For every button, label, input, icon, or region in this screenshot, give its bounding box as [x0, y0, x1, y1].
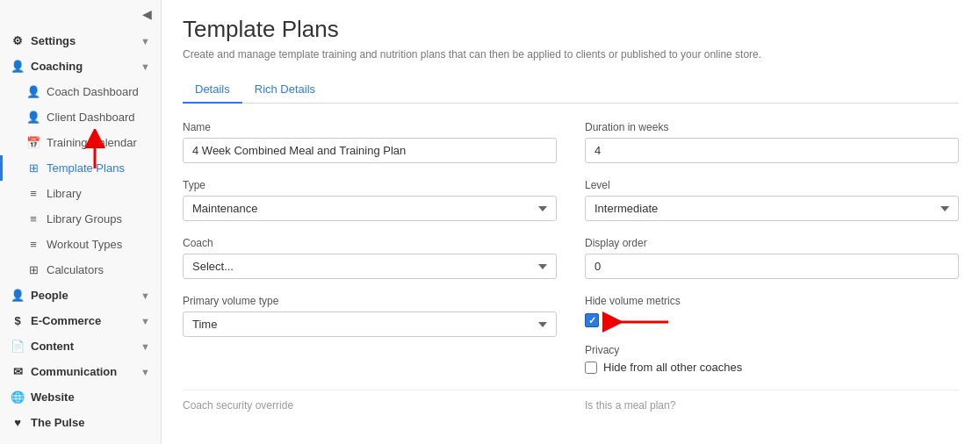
coach-security-label: Coach security override [183, 399, 557, 412]
sidebar-item-coaching[interactable]: 👤 Coaching ▼ [0, 54, 161, 79]
sidebar-item-ecommerce-label: E-Commerce [31, 314, 101, 327]
sidebar-item-library-groups-label: Library Groups [47, 212, 122, 226]
type-select[interactable]: Maintenance Weight Loss Muscle Gain [183, 196, 557, 221]
sidebar-item-the-pulse-label: The Pulse [31, 416, 84, 429]
level-select[interactable]: Beginner Intermediate Advanced [585, 196, 959, 221]
chevron-icon: ▼ [141, 367, 150, 377]
sidebar-item-training-calendar-label: Training Calendar [47, 136, 137, 149]
sidebar-item-coaching-label: Coaching [31, 60, 83, 73]
sidebar-item-ecommerce[interactable]: $ E-Commerce ▼ [0, 308, 161, 333]
sidebar-item-website[interactable]: 🌐 Website [0, 384, 161, 410]
sidebar-item-client-dashboard[interactable]: 👤 Client Dashboard [0, 104, 161, 130]
sidebar-item-people[interactable]: 👤 People ▼ [0, 283, 161, 308]
sidebar-item-content-label: Content [31, 340, 74, 353]
display-order-label: Display order [585, 237, 959, 249]
website-icon: 🌐 [11, 390, 25, 404]
sidebar-item-library-groups[interactable]: ≡ Library Groups [0, 206, 161, 232]
type-label: Type [183, 179, 557, 191]
page-subtitle: Create and manage template training and … [183, 48, 959, 61]
coach-dashboard-icon: 👤 [26, 85, 40, 98]
communication-icon: ✉ [11, 365, 25, 378]
tab-rich-details[interactable]: Rich Details [242, 76, 328, 104]
sidebar-item-coach-dashboard-label: Coach Dashboard [47, 85, 139, 98]
sidebar-item-the-pulse[interactable]: ♥ The Pulse [0, 410, 161, 435]
hide-coaches-row: Hide from all other coaches [585, 361, 959, 374]
chevron-icon: ▼ [141, 316, 150, 326]
hide-volume-label: Hide volume metrics [585, 295, 959, 307]
sidebar-item-training-calendar[interactable]: 📅 Training Calendar [0, 130, 161, 155]
sidebar-item-calculators[interactable]: ⊞ Calculators [0, 257, 161, 283]
chevron-icon: ▼ [141, 36, 150, 47]
red-arrow-annotation [602, 309, 673, 335]
workout-types-icon: ≡ [26, 238, 40, 251]
display-order-field-group: Display order [585, 237, 959, 279]
primary-volume-select[interactable]: Time Reps Distance [183, 312, 557, 337]
template-plans-icon: ⊞ [26, 161, 40, 175]
privacy-label: Privacy [585, 344, 959, 356]
sidebar-item-calculators-label: Calculators [47, 263, 104, 276]
sidebar-item-coach-dashboard[interactable]: 👤 Coach Dashboard [0, 79, 161, 104]
coaching-icon: 👤 [11, 60, 25, 73]
sidebar-item-people-label: People [31, 289, 68, 302]
name-field-group: Name [183, 121, 557, 163]
chevron-icon: ▼ [141, 290, 150, 301]
sidebar-item-library[interactable]: ≡ Library [0, 181, 161, 206]
main-content: Template Plans Create and manage templat… [162, 0, 980, 444]
settings-icon: ⚙ [11, 34, 25, 47]
people-icon: 👤 [11, 289, 25, 302]
hide-coaches-label[interactable]: Hide from all other coaches [603, 361, 742, 374]
ecommerce-icon: $ [11, 314, 25, 327]
sidebar-item-content[interactable]: 📄 Content ▼ [0, 333, 161, 359]
level-label: Level [585, 179, 959, 191]
training-calendar-icon: 📅 [26, 136, 40, 149]
coach-select[interactable]: Select... [183, 254, 557, 279]
meal-plan-label: Is this a meal plan? [585, 399, 959, 412]
duration-input[interactable] [585, 138, 959, 163]
primary-volume-label: Primary volume type [183, 295, 557, 307]
sidebar-collapse-button[interactable]: ◀ [0, 0, 161, 28]
type-field-group: Type Maintenance Weight Loss Muscle Gain [183, 179, 557, 221]
sidebar-item-communication[interactable]: ✉ Communication ▼ [0, 359, 161, 384]
sidebar-item-settings-label: Settings [31, 34, 76, 47]
duration-field-group: Duration in weeks [585, 121, 959, 163]
form-grid: Name Duration in weeks Type Maintenance … [183, 121, 959, 374]
display-order-input[interactable] [585, 254, 959, 279]
tab-details[interactable]: Details [183, 76, 242, 104]
chevron-icon: ▼ [141, 61, 150, 72]
hide-coaches-checkbox[interactable] [585, 362, 597, 374]
calculators-icon: ⊞ [26, 263, 40, 276]
name-label: Name [183, 121, 557, 133]
sidebar-item-library-label: Library [47, 187, 82, 200]
name-input[interactable] [183, 138, 557, 163]
sidebar-item-workout-types[interactable]: ≡ Workout Types [0, 232, 161, 257]
sidebar-item-workout-types-label: Workout Types [47, 238, 122, 251]
library-icon: ≡ [26, 187, 40, 200]
content-icon: 📄 [11, 340, 25, 353]
page-title: Template Plans [183, 16, 959, 43]
sidebar-item-template-plans-label: Template Plans [47, 161, 125, 175]
sidebar: ◀ ⚙ Settings ▼ 👤 Coaching ▼ 👤 Coach Dash… [0, 0, 162, 444]
sidebar-item-settings[interactable]: ⚙ Settings ▼ [0, 28, 161, 54]
level-field-group: Level Beginner Intermediate Advanced [585, 179, 959, 221]
coach-field-group: Coach Select... [183, 237, 557, 279]
sidebar-item-communication-label: Communication [31, 365, 117, 378]
sidebar-item-website-label: Website [31, 390, 75, 404]
library-groups-icon: ≡ [26, 212, 40, 226]
coach-label: Coach [183, 237, 557, 249]
sidebar-item-template-plans[interactable]: ⊞ Template Plans [0, 155, 161, 181]
duration-label: Duration in weeks [585, 121, 959, 133]
sidebar-item-client-dashboard-label: Client Dashboard [47, 111, 134, 124]
primary-volume-field-group: Primary volume type Time Reps Distance [183, 295, 557, 374]
pulse-icon: ♥ [11, 416, 25, 429]
chevron-icon: ▼ [141, 341, 150, 352]
right-checkboxes-group: Hide volume metrics Privacy Hi [585, 295, 959, 374]
client-dashboard-icon: 👤 [26, 111, 40, 124]
tab-bar: Details Rich Details [183, 76, 959, 104]
hide-volume-checkbox[interactable] [585, 313, 599, 327]
